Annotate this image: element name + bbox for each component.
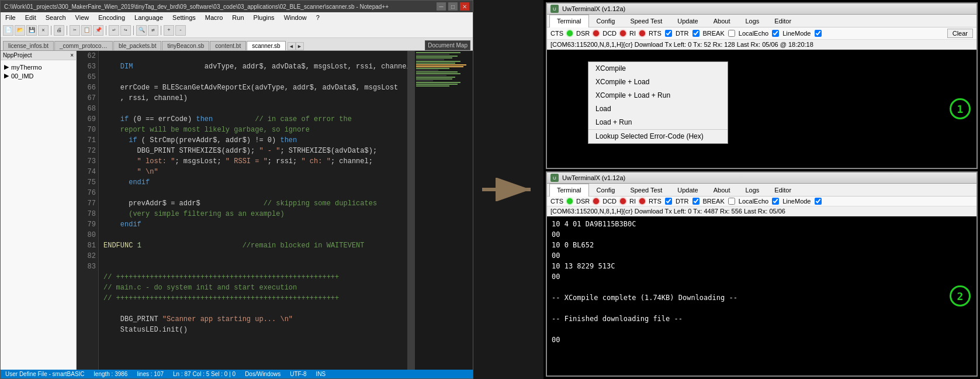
nav-update-1[interactable]: Update <box>670 15 705 27</box>
localecho-label: LocalEcho <box>739 30 768 37</box>
nav-editor-2[interactable]: Editor <box>767 184 799 196</box>
dtr-checkbox[interactable] <box>692 30 699 37</box>
context-load-run[interactable]: Load + Run <box>588 116 728 129</box>
nav-speed-test-2[interactable]: Speed Test <box>622 184 670 196</box>
code-editor-area[interactable]: 62 63 65 66 67 68 69 70 71 72 73 <box>77 51 473 370</box>
dtr-checkbox-2[interactable] <box>692 198 699 205</box>
linemode-label: LineMode <box>782 30 811 37</box>
project-panel-controls[interactable]: × <box>70 52 74 58</box>
clear-button-1[interactable]: Clear <box>947 29 973 38</box>
nav-config-2[interactable]: Config <box>589 184 623 196</box>
tree-item-label-2: 00_IMD <box>11 73 34 80</box>
nav-terminal-2[interactable]: Terminal <box>549 184 589 197</box>
tab-comm-protocol[interactable]: _comm_protocol.bt <box>54 41 113 50</box>
toolbar-separator-5 <box>161 26 161 35</box>
context-load[interactable]: Load <box>588 102 728 116</box>
linemode-checkbox-2[interactable] <box>815 198 822 205</box>
break-checkbox-label <box>728 30 735 37</box>
replace-icon[interactable]: ⇄ <box>148 25 158 36</box>
terminal-top-output[interactable]: XCompile XCompile + Load XCompile + Load… <box>547 50 976 168</box>
nav-terminal-1[interactable]: Terminal <box>549 15 589 27</box>
zoom-in-icon[interactable]: + <box>164 25 174 36</box>
tree-item-label: myThermo <box>11 64 42 71</box>
menu-search[interactable]: Search <box>43 13 68 22</box>
tab-content[interactable]: content.bt <box>210 41 246 50</box>
status-mode: INS <box>316 371 326 377</box>
nav-editor-1[interactable]: Editor <box>767 15 799 27</box>
terminal-bottom-output[interactable]: 10 4 01 DA9B115B3B0C 00 10 0 BL652 00 10… <box>547 216 976 375</box>
menu-encoding[interactable]: Encoding <box>96 13 127 22</box>
menu-language[interactable]: Language <box>132 13 165 22</box>
undo-icon[interactable]: ↩ <box>109 25 119 36</box>
localecho-checkbox-2[interactable] <box>772 198 779 205</box>
minimize-button[interactable]: ─ <box>437 2 446 11</box>
nav-speed-test-1[interactable]: Speed Test <box>622 15 670 27</box>
status-length: length : 3986 <box>94 371 128 377</box>
menu-view[interactable]: View <box>73 13 92 22</box>
menu-window[interactable]: Window <box>282 13 309 22</box>
nav-update-2[interactable]: Update <box>670 184 705 196</box>
menu-run[interactable]: Run <box>230 13 246 22</box>
new-file-icon[interactable]: 📄 <box>3 25 13 36</box>
terminal-bottom-titlebar: U UwTerminalX (v1.12a) <box>547 173 976 184</box>
break-checkbox-2[interactable] <box>728 198 735 205</box>
terminal-bottom-status: [COM63:115200,N,8,1,H]{cr} Download Tx L… <box>547 206 976 216</box>
vertical-scrollbar[interactable] <box>407 51 414 370</box>
output-line-10: -- Finished downloading file -- <box>552 313 972 324</box>
nav-about-2[interactable]: About <box>706 184 738 196</box>
paste-icon[interactable]: 📌 <box>93 25 103 36</box>
context-xcompile-load[interactable]: XCompile + Load <box>588 75 728 89</box>
copy-icon[interactable]: 📋 <box>81 25 92 36</box>
circle-badge-1: 1 <box>950 98 971 119</box>
output-line-6: 00 <box>552 271 972 282</box>
open-file-icon[interactable]: 📂 <box>15 25 25 36</box>
tab-tiny-beacon[interactable]: tinyBeacon.sb <box>162 41 209 50</box>
find-icon[interactable]: 🔍 <box>136 25 147 36</box>
nav-logs-2[interactable]: Logs <box>737 184 767 196</box>
notepad-toolbar: 📄 📂 💾 ✕ 🖨 ✂ 📋 📌 ↩ ↪ 🔍 ⇄ + - <box>1 23 473 38</box>
menu-settings[interactable]: Settings <box>170 13 198 22</box>
print-icon[interactable]: 🖨 <box>54 25 64 36</box>
context-xcompile-load-run[interactable]: XCompile + Load + Run <box>588 89 728 102</box>
tab-scroll-left[interactable]: ◀ <box>288 42 296 50</box>
localecho-checkbox[interactable] <box>772 30 779 37</box>
tree-item-00-imd[interactable]: ▶ 00_IMD <box>2 71 75 80</box>
context-menu: XCompile XCompile + Load XCompile + Load… <box>588 61 728 144</box>
tab-license-infos[interactable]: license_infos.bt <box>3 41 54 50</box>
nav-about-1[interactable]: About <box>706 15 738 27</box>
menu-help[interactable]: ? <box>314 13 322 22</box>
nav-logs-1[interactable]: Logs <box>737 15 767 27</box>
tree-expand-icon-2: ▶ <box>4 72 9 80</box>
tab-scanner[interactable]: scanner.sb <box>247 41 285 50</box>
code-text-area[interactable]: DIM advType, addr$, advData$, msgsLost, … <box>99 51 407 370</box>
rts-checkbox-2[interactable] <box>665 198 672 205</box>
menu-plugins[interactable]: Plugins <box>251 13 277 22</box>
context-lookup-error[interactable]: Lookup Selected Error-Code (Hex) <box>588 129 728 143</box>
dsr-led-2 <box>593 198 599 204</box>
zoom-out-icon[interactable]: - <box>175 25 186 36</box>
close-file-icon[interactable]: ✕ <box>38 25 49 36</box>
redo-icon[interactable]: ↪ <box>120 25 131 36</box>
save-file-icon[interactable]: 💾 <box>26 25 37 36</box>
line-numbers: 62 63 65 66 67 68 69 70 71 72 73 <box>77 51 99 370</box>
cut-icon[interactable]: ✂ <box>70 25 80 36</box>
output-line-9 <box>552 303 972 313</box>
maximize-button[interactable]: □ <box>448 2 458 11</box>
rts-checkbox[interactable] <box>665 30 672 37</box>
linemode-checkbox[interactable] <box>815 30 822 37</box>
context-xcompile[interactable]: XCompile <box>588 62 728 75</box>
close-button[interactable]: ✕ <box>460 2 469 11</box>
toolbar-separator <box>51 26 51 35</box>
menu-file[interactable]: File <box>3 13 18 22</box>
menu-edit[interactable]: Edit <box>23 13 39 22</box>
menu-macro[interactable]: Macro <box>203 13 226 22</box>
nav-config-1[interactable]: Config <box>589 15 623 27</box>
tab-ble-packets[interactable]: ble_packets.bt <box>113 41 162 50</box>
circle-badge-2: 2 <box>950 285 971 306</box>
tab-scroll-right[interactable]: ▶ <box>296 42 304 50</box>
tree-item-my-thermo[interactable]: ▶ myThermo <box>2 63 75 71</box>
ri-led-2 <box>639 198 645 204</box>
break-checkbox[interactable] <box>728 30 735 37</box>
dsr-label-2: DSR <box>576 198 590 205</box>
project-panel-title: NppProject <box>3 52 32 58</box>
